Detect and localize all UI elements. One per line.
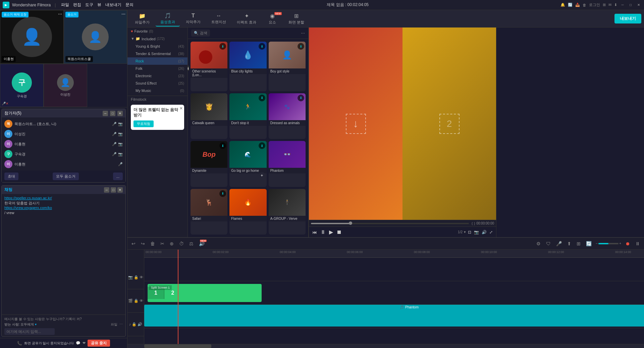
- record-button[interactable]: ⏺: [624, 240, 631, 247]
- ad-close-button[interactable]: ✕: [179, 106, 183, 111]
- search-box[interactable]: 🔍 검색: [191, 30, 210, 37]
- media-card-9[interactable]: 🦌 ⬇ Safari: [191, 189, 227, 235]
- cam-icon-4[interactable]: 📷: [118, 152, 123, 156]
- filmstock-label[interactable]: Filmstock: [127, 96, 187, 103]
- menu-edit[interactable]: 편집: [72, 1, 83, 8]
- dl-icon-2[interactable]: ⬇: [298, 43, 304, 50]
- audio-button[interactable]: 🔊 NEW: [198, 240, 206, 247]
- media-card-2[interactable]: 👤 ⬇ Boy got style: [269, 42, 306, 91]
- mic-icon-2[interactable]: 🎤: [112, 132, 117, 136]
- dl-icon-7[interactable]: ⬇: [259, 142, 265, 149]
- loop-button[interactable]: 🔄: [585, 240, 593, 247]
- tab-file[interactable]: 📁 파일추가: [130, 11, 154, 26]
- scroll-left-arrow[interactable]: ◀: [188, 66, 189, 71]
- tab-text[interactable]: T 자막추가: [181, 11, 205, 26]
- menu-export[interactable]: 내보내기: [104, 1, 123, 8]
- tab-audio[interactable]: 🎵 음성효과: [156, 11, 180, 27]
- sidebar-young-bright[interactable]: Young & Bright (43): [127, 43, 187, 50]
- undo-button[interactable]: ↩: [130, 240, 137, 247]
- chat-close[interactable]: ✕: [117, 187, 123, 193]
- split-button[interactable]: ⊞: [575, 240, 582, 247]
- participant-item-1[interactable]: 목 목원스마트... (호스트, 나) 🎤 📷: [2, 119, 125, 129]
- menu-file[interactable]: 파일: [60, 1, 70, 8]
- lock-track-icon[interactable]: 🔒: [134, 275, 139, 280]
- file-btn[interactable]: 파일: [111, 322, 117, 327]
- media-card-11[interactable]: 🕴 A-GROUP - Verve: [269, 189, 306, 235]
- panel-minimize[interactable]: ─: [103, 111, 108, 116]
- sidebar-favorite[interactable]: ♥ Favorite (0): [127, 28, 187, 35]
- lock-audio-icon[interactable]: 🔒: [132, 322, 137, 327]
- timeline-scrollbar[interactable]: [127, 344, 644, 348]
- sidebar-folk[interactable]: Folk (26): [127, 65, 187, 72]
- chat-minimize[interactable]: ─: [104, 187, 109, 193]
- zoom-slider[interactable]: [598, 243, 619, 244]
- cut-button[interactable]: ✂: [159, 240, 166, 247]
- dl-icon-1[interactable]: ⬇: [259, 43, 265, 50]
- emoji-btn[interactable]: ⋯: [119, 322, 123, 327]
- grid-view-icon[interactable]: ⋯: [301, 31, 305, 36]
- fit-screen-button[interactable]: ⊡: [467, 229, 472, 235]
- pause-timeline-button[interactable]: ⏸: [634, 240, 641, 247]
- ratio-dropdown[interactable]: ▾: [464, 230, 466, 234]
- media-card-4[interactable]: 🏃 ⬇ Don't stop it: [229, 93, 266, 139]
- cam-icon-3[interactable]: 📷: [118, 142, 123, 146]
- participant-item-3[interactable]: 이 이홍현 🎤 📷: [2, 139, 125, 149]
- speaker-icon[interactable]: 🔊: [138, 322, 142, 327]
- audio-label-icon[interactable]: ♪: [129, 322, 131, 327]
- mute-all-button[interactable]: 모두 음소거: [53, 172, 79, 180]
- tab-effect[interactable]: ✦ 이펙트 효과: [232, 11, 261, 26]
- sidebar-sound-effect[interactable]: Sound Effect (25): [127, 80, 187, 87]
- play-button[interactable]: ▶: [328, 228, 334, 236]
- participant-item-5[interactable]: 이 이홍현 🎤: [2, 159, 125, 169]
- media-card-0[interactable]: ⬇ Other scenerios (Lon...: [191, 42, 227, 91]
- media-card-1[interactable]: 💧 ⬇ Blue city lights: [229, 42, 266, 91]
- chat-link-1[interactable]: https://speller.cs.pusan.ac.kr/: [4, 196, 123, 200]
- settings-button[interactable]: ⚙: [535, 240, 542, 247]
- shield-button[interactable]: 🛡: [545, 240, 552, 247]
- menu-help[interactable]: 문의: [124, 1, 135, 8]
- add-marker-button[interactable]: ⊕: [168, 240, 175, 247]
- ad-trial-button[interactable]: 무료체험: [133, 120, 154, 127]
- maximize-button[interactable]: □: [628, 2, 633, 8]
- participant-item-2[interactable]: 이 이성진 🎤 📷: [2, 129, 125, 139]
- zoom-out-icon[interactable]: −: [596, 242, 598, 245]
- participant-item-4[interactable]: 구 구숙경 🎤 📷: [2, 149, 125, 159]
- cam-icon-1[interactable]: 📷: [118, 122, 123, 126]
- adjust-button[interactable]: ⚖: [188, 240, 195, 247]
- media-card-10[interactable]: 🔥 Flames: [229, 189, 266, 235]
- eye-video-icon[interactable]: 👁: [140, 299, 143, 303]
- sidebar-my-music[interactable]: My Music (0): [127, 87, 187, 94]
- speed-button[interactable]: ⏱: [178, 240, 185, 247]
- dl-icon-9[interactable]: ⬇: [219, 190, 226, 197]
- lock-video-icon[interactable]: 🔒: [134, 299, 139, 303]
- media-card-5[interactable]: 🐾 ⬇ Dressed as animals: [269, 93, 306, 139]
- tab-element[interactable]: NEW ◉ 요소: [262, 11, 282, 26]
- stop-button[interactable]: ⏹: [336, 229, 342, 236]
- cam-icon-2[interactable]: 📷: [118, 132, 123, 136]
- preview-timeline-bar[interactable]: [311, 223, 469, 224]
- zoom-in-icon[interactable]: +: [619, 242, 621, 245]
- recipient-dropdown[interactable]: ▾: [35, 322, 37, 326]
- menu-view[interactable]: 뷰: [96, 1, 103, 8]
- tab-transition[interactable]: ↔ 트랜지션: [207, 11, 231, 26]
- split-screen-clip[interactable]: Split Screen 1 1 2: [148, 284, 262, 302]
- sidebar-included[interactable]: ▼ 📁 Included (172): [127, 35, 187, 43]
- add-icon-7[interactable]: +: [259, 172, 265, 179]
- dl-icon-5[interactable]: ⬇: [298, 95, 304, 101]
- sidebar-electronic[interactable]: Electronic (23): [127, 72, 187, 80]
- prev-frame-button[interactable]: ⏮: [312, 229, 318, 236]
- tab-split[interactable]: ⊞ 화면 분할: [284, 11, 309, 26]
- audio-clip-phantom[interactable]: 🎵 Phantom // Generate waveform lines con…: [144, 305, 644, 327]
- video-options-1[interactable]: ⋯: [58, 12, 62, 16]
- chat-link-2[interactable]: https://vrew.voyagerx.com/ko: [4, 206, 123, 210]
- delete-button[interactable]: 🗑: [149, 240, 156, 247]
- menu-tools[interactable]: 도구: [84, 1, 95, 8]
- eye-track-icon[interactable]: 👁: [140, 275, 143, 280]
- preview-scrubber[interactable]: [349, 221, 352, 225]
- video-options-2[interactable]: ⋯: [121, 12, 125, 16]
- video-track-icon[interactable]: 🎬: [128, 299, 133, 303]
- panel-maximize[interactable]: □: [110, 111, 115, 116]
- minimize-button[interactable]: ─: [620, 2, 625, 8]
- close-button[interactable]: ✕: [636, 2, 641, 8]
- media-card-8[interactable]: 👓 Phantom: [269, 141, 306, 187]
